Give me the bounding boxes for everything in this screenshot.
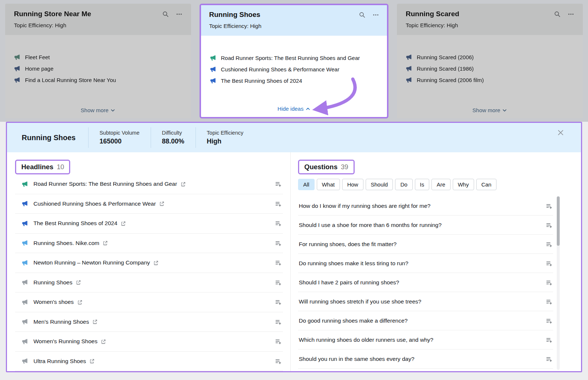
headlines-title: Headlines: [21, 163, 53, 171]
show-more-link[interactable]: Show more: [473, 107, 508, 113]
question-text: Should I have 2 pairs of running shoes?: [299, 279, 399, 286]
external-link-icon[interactable]: [103, 240, 108, 246]
stat-label: Subtopic Volume: [100, 130, 140, 136]
megaphone-icon: [406, 77, 412, 83]
card-title: Running Store Near Me: [14, 10, 91, 18]
add-to-list-icon[interactable]: [546, 356, 552, 362]
add-to-list-icon[interactable]: [275, 338, 282, 345]
card-headline-text: Running Scared (2006): [417, 54, 474, 60]
search-icon[interactable]: [162, 11, 169, 17]
card-header: Running Store Near Me Topic Efficiency: …: [5, 4, 191, 35]
question-text: How do I know if my running shoes are ri…: [299, 203, 430, 209]
megaphone-icon: [406, 54, 412, 60]
headline-row: Road Runner Sports: The Best Running Sho…: [15, 174, 283, 194]
add-to-list-icon[interactable]: [275, 181, 282, 187]
add-to-list-icon[interactable]: [546, 298, 552, 305]
search-icon[interactable]: [359, 12, 365, 18]
question-text: Will running shoes stretch if you use sh…: [299, 298, 421, 305]
filter-pill-do[interactable]: Do: [395, 179, 412, 190]
more-options-icon[interactable]: [176, 11, 182, 17]
filter-pill-all[interactable]: All: [298, 179, 315, 190]
card-headline-item: Road Runner Sports: The Best Running Sho…: [210, 55, 378, 61]
questions-scrollbar[interactable]: [557, 196, 560, 370]
topic-card-running-scared[interactable]: Running Scared Topic Efficiency: High Ru…: [397, 4, 583, 118]
add-to-list-icon[interactable]: [546, 222, 552, 228]
topic-efficiency-label: Topic Efficiency: High: [406, 22, 574, 28]
megaphone-icon: [210, 78, 216, 84]
questions-count: 39: [341, 163, 348, 171]
card-headline-item: Home page: [14, 65, 182, 72]
chevron-down-icon: [502, 108, 507, 113]
add-to-list-icon[interactable]: [546, 241, 552, 248]
card-headline-text: Running Scared (1986): [417, 65, 474, 72]
filter-pill-how[interactable]: How: [342, 179, 363, 190]
add-to-list-icon[interactable]: [275, 200, 282, 207]
external-link-icon[interactable]: [153, 260, 159, 266]
card-headline-text: Home page: [25, 65, 54, 72]
question-row: How do I know if my running shoes are ri…: [298, 196, 553, 216]
megaphone-icon: [22, 260, 28, 266]
megaphone-icon: [210, 55, 216, 61]
stat-subtopic-volume: Subtopic Volume 165000: [88, 127, 151, 148]
chevron-down-icon: [110, 108, 115, 113]
add-to-list-icon[interactable]: [275, 220, 282, 227]
external-link-icon[interactable]: [77, 299, 83, 305]
filter-pill-are[interactable]: Are: [431, 179, 450, 190]
topic-efficiency-label: Topic Efficiency: High: [14, 22, 182, 28]
headline-row: Ultra Running Shoes: [15, 352, 283, 372]
headline-text: Running Shoes: [33, 279, 72, 286]
headlines-heading-highlight: Headlines 10: [15, 160, 70, 174]
headlines-list: Road Runner Sports: The Best Running Sho…: [15, 174, 283, 371]
external-link-icon[interactable]: [101, 339, 106, 344]
stat-topic-efficiency: Topic Efficiency High: [196, 127, 255, 148]
external-link-icon[interactable]: [89, 358, 95, 364]
card-headline-text: Fleet Feet: [25, 54, 50, 60]
card-title: Running Shoes: [209, 11, 260, 19]
filter-pill-can[interactable]: Can: [476, 179, 497, 190]
questions-list: How do I know if my running shoes are ri…: [298, 196, 553, 369]
search-icon[interactable]: [554, 11, 560, 17]
external-link-icon[interactable]: [76, 280, 81, 285]
topic-card-running-store-near-me[interactable]: Running Store Near Me Topic Efficiency: …: [5, 4, 191, 118]
headline-text: Women's shoes: [33, 299, 74, 305]
filter-pill-should[interactable]: Should: [366, 179, 393, 190]
add-to-list-icon[interactable]: [275, 279, 282, 286]
card-headline-item: The Best Running Shoes of 2024: [210, 78, 378, 84]
headline-text: Newton Running – Newton Running Company: [33, 259, 150, 266]
add-to-list-icon[interactable]: [275, 259, 282, 266]
headlines-section: Headlines 10 Road Runner Sports: The Bes…: [7, 152, 291, 371]
add-to-list-icon[interactable]: [275, 358, 282, 365]
add-to-list-icon[interactable]: [546, 279, 552, 286]
external-link-icon[interactable]: [121, 221, 126, 226]
stat-difficulty: Difficulty 88.00%: [151, 127, 196, 148]
card-headline-item: Cushioned Running Shoes & Performance We…: [210, 66, 378, 72]
add-to-list-icon[interactable]: [275, 240, 282, 246]
filter-pill-what[interactable]: What: [317, 179, 340, 190]
show-more-link[interactable]: Show more: [81, 107, 116, 113]
external-link-icon[interactable]: [92, 319, 98, 324]
more-options-icon[interactable]: [568, 11, 574, 17]
add-to-list-icon[interactable]: [546, 337, 552, 343]
megaphone-icon: [406, 65, 412, 72]
megaphone-icon: [22, 279, 28, 285]
card-headline-item: Running Scared (1986): [406, 65, 574, 72]
card-headline-text: The Best Running Shoes of 2024: [221, 78, 302, 84]
card-body: Road Runner Sports: The Best Running Sho…: [201, 36, 387, 84]
external-link-icon[interactable]: [159, 201, 165, 206]
filter-pill-why[interactable]: Why: [453, 179, 474, 190]
scrollbar-thumb[interactable]: [557, 196, 560, 246]
hide-ideas-link[interactable]: Hide ideas: [277, 106, 311, 112]
card-headline-text: Cushioned Running Shoes & Performance We…: [221, 66, 339, 72]
topic-card-running-shoes[interactable]: Running Shoes Topic Efficiency: High Roa…: [200, 4, 388, 118]
add-to-list-icon[interactable]: [275, 299, 282, 305]
topic-efficiency-label: Topic Efficiency: High: [209, 23, 379, 29]
more-options-icon[interactable]: [373, 12, 379, 18]
filter-pill-is[interactable]: Is: [415, 179, 430, 190]
add-to-list-icon[interactable]: [546, 203, 552, 209]
external-link-icon[interactable]: [180, 181, 186, 187]
add-to-list-icon[interactable]: [275, 319, 282, 325]
add-to-list-icon[interactable]: [546, 317, 552, 324]
close-icon[interactable]: [557, 129, 564, 136]
add-to-list-icon[interactable]: [546, 260, 552, 267]
question-row: Should I use a shoe for more than 6 mont…: [298, 216, 553, 235]
